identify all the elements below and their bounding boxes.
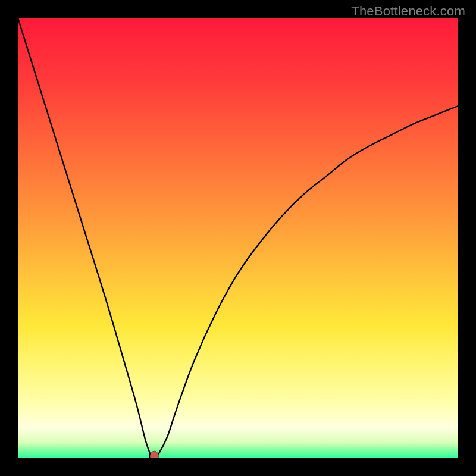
- minimum-marker-icon: [150, 451, 158, 458]
- bottleneck-curve: [18, 18, 458, 458]
- watermark-text: TheBottleneck.com: [351, 4, 465, 19]
- chart-curve-layer: [18, 18, 458, 458]
- plot-area: [18, 18, 458, 458]
- chart-stage: TheBottleneck.com: [0, 0, 476, 476]
